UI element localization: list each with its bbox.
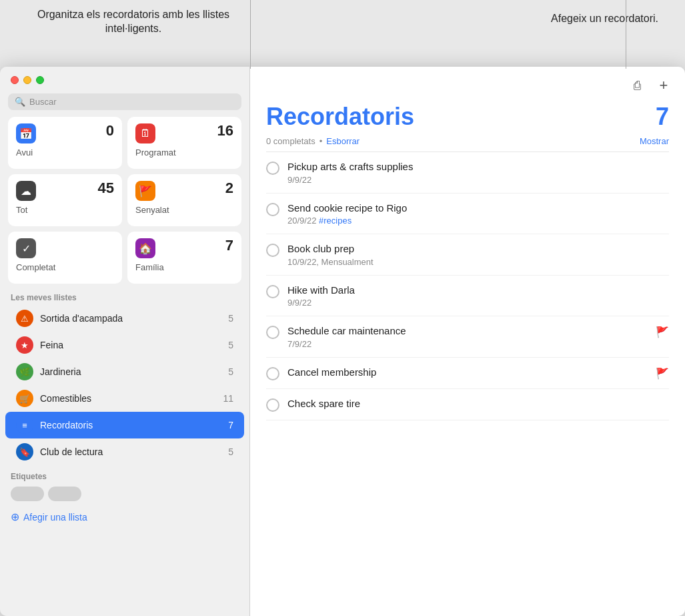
list-item-name-club: Club de lectura (40, 446, 221, 457)
main-content: ⎙ + Recordatoris 7 0 completats • Esborr… (250, 67, 685, 616)
titlebar (0, 67, 249, 91)
smart-card-icon-avui: 📅 (16, 123, 36, 143)
main-subtitle: 0 completats • Esborrar Mostrar (250, 133, 685, 151)
flag-icon-r5: 🚩 (656, 326, 669, 338)
ann-vertical-line-right (626, 0, 626, 69)
reminder-body-r6: Cancel membership (287, 366, 648, 379)
my-lists: ⚠ Sortida d'acampada 5 ★ Feina 5 🌿 Jardi… (0, 305, 249, 465)
list-item-name-feina: Feina (40, 340, 221, 350)
reminder-circle-r3[interactable] (266, 244, 279, 257)
smart-lists-annotation: Organitza els recordatoris amb les llist… (20, 8, 247, 36)
list-item-name-sortida: Sortida d'acampada (40, 313, 221, 324)
smart-card-count-tot: 45 (98, 181, 114, 196)
smart-card-label-familia: Família (135, 262, 164, 272)
smart-card-icon-tot: ☁ (16, 181, 36, 201)
reminder-circle-r7[interactable] (266, 398, 279, 412)
reminder-circle-r4[interactable] (266, 285, 279, 298)
reminder-circle-r2[interactable] (266, 203, 279, 216)
minimize-button[interactable] (23, 76, 31, 84)
smart-card-programat[interactable]: 🗓 16 Programat (127, 117, 241, 169)
search-bar[interactable]: 🔍 Buscar (8, 93, 241, 110)
completed-text: 0 completats (266, 136, 315, 146)
smart-card-icon-senyalat: 🚩 (135, 181, 155, 201)
smart-card-label-completat: Completat (16, 262, 55, 272)
list-icon-feina: ★ (16, 336, 33, 354)
share-button[interactable]: ⎙ (628, 76, 646, 95)
reminder-item-r6: Cancel membership 🚩 (266, 358, 669, 389)
esborrar-link[interactable]: Esborrar (326, 136, 360, 146)
add-reminder-annotation: Afegeix un recordatori. (551, 12, 658, 26)
reminder-meta-r3: 10/9/22, Mensualment (287, 257, 669, 267)
reminder-title-r2: Send cookie recipe to Rigo (287, 202, 669, 215)
reminder-list: Pickup arts & crafts supplies 9/9/22 Sen… (250, 152, 685, 616)
reminder-title-r5: Schedule car maintenance (287, 324, 648, 338)
smart-grid: 📅 0 Avui 🗓 16 Programat ☁ 45 Tot 🚩 2 Sen… (0, 117, 249, 289)
reminder-body-r7: Check spare tire (287, 397, 669, 410)
list-item-count-comestibles: 11 (223, 393, 233, 404)
add-reminder-button[interactable]: + (654, 76, 673, 95)
reminder-title-r4: Hike with Darla (287, 284, 669, 297)
reminder-body-r2: Send cookie recipe to Rigo 20/9/22 #reci… (287, 202, 669, 226)
mostrar-link[interactable]: Mostrar (640, 136, 669, 146)
reminder-title-r3: Book club prep (287, 242, 669, 256)
my-lists-header: Les meves llistes (0, 289, 249, 305)
reminder-title-r6: Cancel membership (287, 366, 648, 379)
dot-separator: • (319, 136, 323, 146)
smart-card-completat[interactable]: ✓ Completat (8, 232, 122, 284)
list-icon-comestibles: 🛒 (16, 390, 33, 407)
reminder-tag-r2[interactable]: #recipes (319, 216, 352, 226)
smart-card-count-senyalat: 2 (225, 181, 233, 196)
smart-card-icon-familia: 🏠 (135, 238, 155, 258)
list-item-club[interactable]: 🔖 Club de lectura 5 (5, 438, 244, 465)
reminder-meta-r4: 9/9/22 (287, 298, 669, 308)
smart-card-count-avui: 0 (106, 123, 114, 138)
smart-card-label-senyalat: Senyalat (135, 205, 169, 215)
search-input[interactable]: Buscar (29, 97, 235, 107)
list-item-count-feina: 5 (228, 340, 233, 350)
reminder-circle-r5[interactable] (266, 326, 279, 339)
smart-card-familia[interactable]: 🏠 7 Família (127, 232, 241, 284)
smart-card-count-familia: 7 (225, 238, 233, 253)
smart-card-label-programat: Programat (135, 147, 176, 158)
list-item-comestibles[interactable]: 🛒 Comestibles 11 (5, 385, 244, 412)
list-item-sortida[interactable]: ⚠ Sortida d'acampada 5 (5, 305, 244, 332)
reminder-item-r5: Schedule car maintenance 7/9/22 🚩 (266, 316, 669, 358)
reminder-meta-r2: 20/9/22 #recipes (287, 216, 669, 226)
reminder-item-r2: Send cookie recipe to Rigo 20/9/22 #reci… (266, 194, 669, 235)
list-icon-jardineria: 🌿 (16, 363, 33, 380)
flag-icon-r6: 🚩 (656, 367, 669, 380)
smart-card-count-programat: 16 (217, 123, 233, 138)
main-toolbar: ⎙ + (250, 67, 685, 97)
smart-card-tot[interactable]: ☁ 45 Tot (8, 174, 122, 226)
add-list-button[interactable]: ⊕ Afegir una llista (0, 505, 249, 529)
smart-card-icon-programat: 🗓 (135, 123, 155, 143)
subtitle-left: 0 completats • Esborrar (266, 136, 360, 146)
tag-pills (0, 484, 249, 504)
smart-card-label-avui: Avui (16, 147, 33, 158)
add-list-icon: ⊕ (11, 511, 19, 523)
list-item-recordatoris[interactable]: ≡ Recordatoris 7 (5, 412, 244, 438)
reminder-body-r5: Schedule car maintenance 7/9/22 (287, 324, 648, 349)
list-item-count-recordatoris: 7 (228, 420, 233, 430)
list-item-jardineria[interactable]: 🌿 Jardineria 5 (5, 358, 244, 385)
reminder-circle-r6[interactable] (266, 367, 279, 380)
reminder-circle-r1[interactable] (266, 162, 279, 175)
traffic-lights (11, 76, 44, 84)
list-item-count-sortida: 5 (228, 313, 233, 324)
list-icon-sortida: ⚠ (16, 310, 33, 327)
close-button[interactable] (11, 76, 19, 84)
smart-card-avui[interactable]: 📅 0 Avui (8, 117, 122, 169)
reminder-item-r1: Pickup arts & crafts supplies 9/9/22 (266, 152, 669, 194)
reminder-title-r1: Pickup arts & crafts supplies (287, 160, 669, 174)
list-item-count-club: 5 (228, 446, 233, 457)
list-item-feina[interactable]: ★ Feina 5 (5, 332, 244, 358)
add-list-label: Afegir una llista (23, 512, 87, 523)
smart-card-senyalat[interactable]: 🚩 2 Senyalat (127, 174, 241, 226)
maximize-button[interactable] (36, 76, 44, 84)
list-icon-club: 🔖 (16, 443, 33, 460)
tag-pill-2[interactable] (48, 487, 81, 501)
list-icon-recordatoris: ≡ (16, 416, 33, 434)
tag-pill[interactable] (11, 487, 44, 501)
smart-card-label-tot: Tot (16, 205, 27, 215)
reminder-item-r3: Book club prep 10/9/22, Mensualment (266, 234, 669, 276)
